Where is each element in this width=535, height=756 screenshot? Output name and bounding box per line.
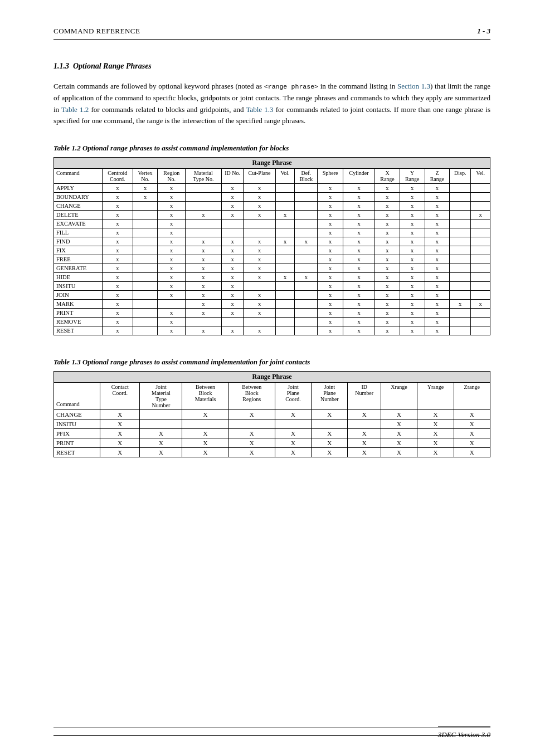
table-cell [295,326,318,335]
col-sphere: Sphere [318,169,343,184]
table-cell: x [158,255,186,264]
table-cell: x [158,326,186,335]
table-cell [471,309,490,318]
table-cell [450,184,471,193]
table-cell: x [343,326,374,335]
table-cell: x [425,264,450,273]
table-cell: x [158,220,186,228]
table-cell: x [425,246,450,255]
table-cell: x [343,309,374,318]
table-cell: x [400,211,425,220]
table-cell [450,193,471,202]
table2-range-label: Range Phrase [54,372,490,383]
table-row: INSITUXXXX [54,420,490,429]
table-cell [221,228,244,237]
table13-link[interactable]: Table 1.3 [246,105,273,114]
table-cell: x [244,300,275,309]
table-cell: x [318,246,343,255]
table-cell: x [375,309,400,318]
table-row: PFIXXXXXXXXXXX [54,429,490,438]
table-cell: X [417,420,454,429]
table2: Range Phrase Command ContactCoord. Joint… [54,371,490,457]
table-cell [133,309,158,318]
table-cell: X [228,448,275,457]
table-cell: x [425,237,450,246]
table-cell: x [343,220,374,228]
table-cell [295,291,318,300]
col-disp: Disp. [450,169,471,184]
table-cell: x [343,228,374,237]
header-page-number: 1 - 3 [477,27,490,36]
table-row: FILLxxxxxxx [54,228,490,237]
table-cell: X [100,438,140,448]
table-row: INSITUxxxxxxxxx [54,282,490,291]
table-cell: x [102,193,133,202]
table-cell: x [221,273,244,282]
section-link[interactable]: Section 1.3 [397,82,430,90]
table12-link[interactable]: Table 1.2 [61,105,89,114]
col-vertex: VertexNo. [133,169,158,184]
table-cell [133,255,158,264]
table1-body: APPLYxxxxxxxxxxBOUNDARYxxxxxxxxxxCHANGEx… [54,184,490,335]
table-cell [295,246,318,255]
table-cell: x [102,300,133,309]
table-row: APPLYxxxxxxxxxx [54,184,490,193]
table-cell: x [375,326,400,335]
table-cell [450,246,471,255]
table-cell [471,184,490,193]
table-cell [471,246,490,255]
table-cell [275,326,295,335]
table-cell: x [102,326,133,335]
table-cell [275,318,295,326]
table-cell: x [400,193,425,202]
table-cell: x [400,291,425,300]
table-cell [471,282,490,291]
table-cell: X [454,410,490,420]
table-cell: x [275,273,295,282]
table-cell [133,264,158,273]
table-cell: x [343,193,374,202]
table-cell: x [375,264,400,273]
table1: Range Phrase Command CentroidCoord. Vert… [54,157,490,335]
table-cell [450,220,471,228]
table-cell: RESET [54,448,100,457]
col-vol: Vol. [275,169,295,184]
table-cell: x [102,318,133,326]
table-cell [186,202,222,211]
table-cell: x [318,255,343,264]
table-cell [244,220,275,228]
table-cell [471,264,490,273]
table-cell: X [454,429,490,438]
table-cell: x [375,228,400,237]
table-cell [275,282,295,291]
table-cell: x [244,291,275,300]
table-cell: x [343,273,374,282]
table-cell: x [158,228,186,237]
table-cell: x [186,282,222,291]
table-row: GENERATExxxxxxxxxx [54,264,490,273]
table-row: CHANGExxxxxxxxx [54,202,490,211]
t2-col-xrange: Xrange [381,383,417,410]
table-cell: x [102,291,133,300]
table-cell [275,264,295,273]
table-cell [295,300,318,309]
table-cell [295,282,318,291]
table-cell [312,420,348,429]
col-id: ID No. [221,169,244,184]
range-phrase-header-row: Range Phrase [54,158,490,169]
table-row: CHANGEXXXXXXXXX [54,410,490,420]
table-cell: X [100,448,140,457]
table-cell [295,264,318,273]
table-cell: FREE [54,255,103,264]
table-cell: x [186,291,222,300]
table-cell: INSITU [54,282,103,291]
table-cell [244,282,275,291]
table-cell [133,300,158,309]
table-cell: x [221,211,244,220]
table-cell: x [158,193,186,202]
table-cell: X [100,410,140,420]
table-cell [295,184,318,193]
table-cell: FIX [54,246,103,255]
table-cell: x [102,184,133,193]
table-cell [186,220,222,228]
